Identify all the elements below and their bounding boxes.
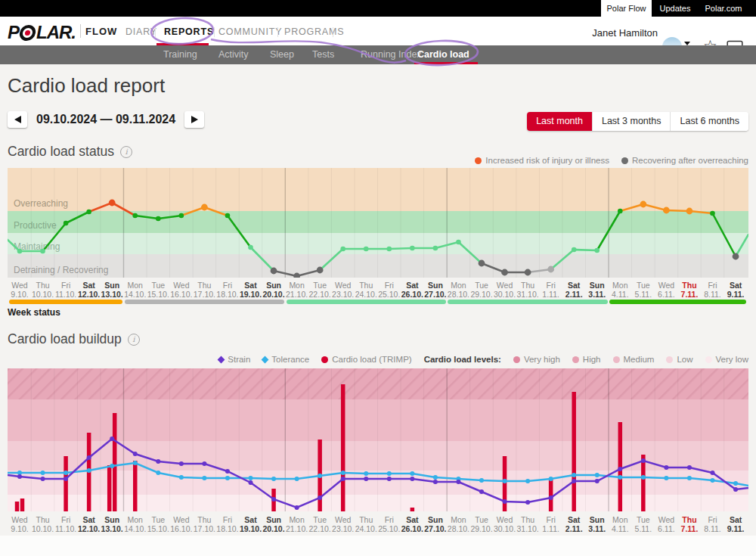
tolerance-point[interactable]: [733, 481, 738, 486]
status-point[interactable]: [479, 260, 485, 267]
tolerance-point[interactable]: [687, 476, 692, 480]
strain-point[interactable]: [503, 499, 507, 504]
strain-point[interactable]: [641, 458, 646, 463]
status-point[interactable]: [225, 213, 231, 219]
tolerance-point[interactable]: [549, 477, 553, 481]
top-tab-updates[interactable]: Updates: [652, 0, 699, 17]
next-period-button[interactable]: [184, 111, 204, 128]
range-button-last-month[interactable]: Last month: [527, 112, 592, 131]
subnav-item-running-index[interactable]: Running Index: [361, 49, 422, 60]
status-point[interactable]: [501, 269, 508, 276]
status-point[interactable]: [525, 269, 531, 276]
nav-item-community[interactable]: COMMUNITY: [218, 26, 282, 37]
strain-point[interactable]: [525, 500, 530, 505]
tolerance-point[interactable]: [618, 475, 622, 480]
user-name[interactable]: Janet Hamilton: [582, 27, 658, 39]
strain-point[interactable]: [41, 477, 45, 481]
strain-point[interactable]: [549, 495, 553, 500]
strain-point[interactable]: [225, 469, 230, 474]
strain-point[interactable]: [202, 461, 206, 466]
tolerance-point[interactable]: [433, 475, 438, 480]
tolerance-point[interactable]: [572, 473, 576, 477]
trimp-bar[interactable]: [572, 392, 576, 511]
buildup-chart[interactable]: [8, 368, 748, 511]
strain-point[interactable]: [711, 471, 715, 475]
trimp-bar[interactable]: [15, 502, 20, 511]
status-point[interactable]: [686, 208, 693, 215]
status-point[interactable]: [271, 268, 277, 275]
tolerance-point[interactable]: [410, 471, 414, 476]
tolerance-point[interactable]: [641, 475, 646, 480]
status-point[interactable]: [710, 211, 715, 216]
status-info-icon[interactable]: i: [120, 146, 132, 158]
status-point[interactable]: [547, 266, 554, 273]
strain-point[interactable]: [133, 452, 138, 456]
strain-point[interactable]: [156, 459, 160, 464]
strain-point[interactable]: [664, 465, 668, 470]
status-point[interactable]: [433, 246, 438, 251]
tolerance-point[interactable]: [525, 479, 530, 483]
tolerance-point[interactable]: [664, 476, 668, 480]
status-point[interactable]: [64, 221, 69, 226]
tolerance-point[interactable]: [179, 475, 184, 480]
tolerance-point[interactable]: [156, 471, 160, 475]
status-point[interactable]: [201, 204, 208, 211]
range-button-last-3-months[interactable]: Last 3 months: [592, 112, 671, 131]
status-point[interactable]: [248, 245, 253, 250]
strain-point[interactable]: [479, 489, 484, 494]
status-chart[interactable]: [8, 168, 748, 278]
top-tab-polar-flow[interactable]: Polar Flow: [601, 0, 652, 17]
strain-point[interactable]: [341, 477, 345, 481]
trimp-bar[interactable]: [133, 461, 138, 511]
tolerance-point[interactable]: [711, 478, 715, 483]
strain-point[interactable]: [179, 461, 184, 466]
status-point[interactable]: [663, 207, 670, 214]
tolerance-point[interactable]: [133, 461, 138, 465]
status-point[interactable]: [109, 200, 116, 207]
status-point[interactable]: [456, 240, 461, 245]
strain-point[interactable]: [572, 479, 576, 483]
status-point[interactable]: [340, 247, 345, 252]
tolerance-point[interactable]: [249, 476, 253, 480]
strain-point[interactable]: [295, 505, 299, 510]
trimp-bar[interactable]: [64, 456, 68, 511]
prev-period-button[interactable]: [8, 111, 27, 128]
trimp-bar[interactable]: [411, 508, 415, 511]
nav-item-diary[interactable]: DIARY: [125, 26, 157, 37]
status-point[interactable]: [410, 246, 415, 251]
polar-logo[interactable]: PLAR.: [8, 22, 76, 43]
strain-point[interactable]: [456, 480, 460, 484]
status-point[interactable]: [317, 267, 324, 274]
tolerance-point[interactable]: [387, 471, 392, 476]
status-point[interactable]: [572, 247, 577, 253]
range-button-last-6-months[interactable]: Last 6 months: [670, 112, 748, 131]
status-point[interactable]: [86, 210, 91, 215]
tolerance-point[interactable]: [341, 471, 345, 475]
strain-point[interactable]: [410, 477, 414, 481]
tolerance-point[interactable]: [110, 464, 114, 468]
subnav-item-sleep[interactable]: Sleep: [270, 49, 294, 60]
strain-point[interactable]: [433, 480, 438, 484]
status-point[interactable]: [17, 249, 23, 254]
trimp-bar[interactable]: [107, 465, 112, 511]
tolerance-point[interactable]: [364, 471, 368, 476]
strain-point[interactable]: [318, 495, 322, 500]
tolerance-point[interactable]: [225, 476, 230, 480]
subnav-item-training[interactable]: Training: [163, 49, 197, 60]
trimp-bar[interactable]: [549, 478, 553, 511]
strain-point[interactable]: [595, 479, 600, 483]
tolerance-point[interactable]: [295, 477, 299, 481]
status-point[interactable]: [132, 213, 138, 219]
status-point[interactable]: [293, 273, 300, 278]
trimp-bar[interactable]: [641, 455, 646, 511]
status-point[interactable]: [40, 249, 45, 254]
strain-point[interactable]: [110, 436, 114, 441]
nav-item-programs[interactable]: PROGRAMS: [284, 26, 344, 37]
status-point[interactable]: [618, 209, 623, 214]
subnav-item-activity[interactable]: Activity: [218, 49, 249, 60]
tolerance-point[interactable]: [87, 468, 91, 473]
subnav-item-tests[interactable]: Tests: [312, 49, 334, 60]
strain-point[interactable]: [64, 477, 68, 481]
tolerance-point[interactable]: [318, 474, 322, 478]
status-point[interactable]: [364, 247, 369, 252]
